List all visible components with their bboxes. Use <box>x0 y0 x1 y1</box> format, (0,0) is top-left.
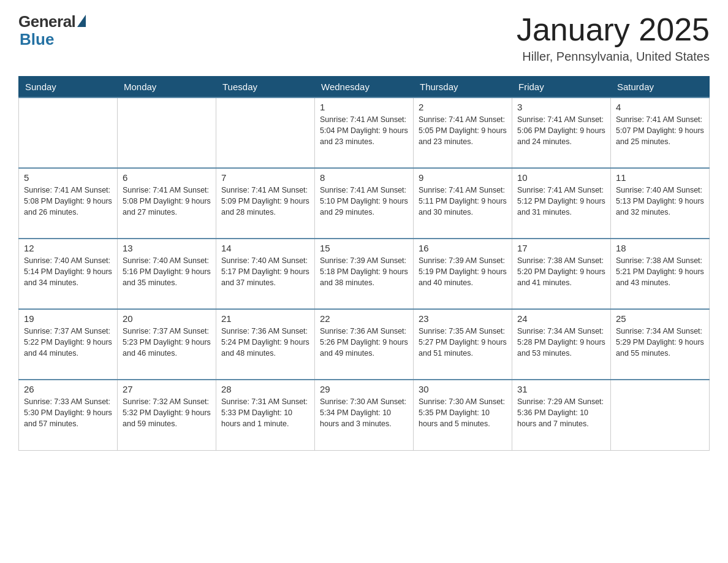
calendar-cell: 24Sunrise: 7:34 AM Sunset: 5:28 PM Dayli… <box>512 309 611 380</box>
day-info: Sunrise: 7:41 AM Sunset: 5:08 PM Dayligh… <box>24 185 112 218</box>
day-info: Sunrise: 7:41 AM Sunset: 5:12 PM Dayligh… <box>517 185 605 218</box>
day-number: 9 <box>419 172 507 183</box>
title-block: January 2025 Hiller, Pennsylvania, Unite… <box>517 12 710 64</box>
day-info: Sunrise: 7:34 AM Sunset: 5:28 PM Dayligh… <box>517 326 605 359</box>
logo-general-text: General <box>18 12 75 31</box>
day-number: 7 <box>221 172 309 183</box>
calendar-cell: 7Sunrise: 7:41 AM Sunset: 5:09 PM Daylig… <box>216 168 315 239</box>
calendar-cell: 30Sunrise: 7:30 AM Sunset: 5:35 PM Dayli… <box>414 380 512 450</box>
day-info: Sunrise: 7:30 AM Sunset: 5:35 PM Dayligh… <box>419 396 507 429</box>
calendar-table: SundayMondayTuesdayWednesdayThursdayFrid… <box>18 76 710 451</box>
day-info: Sunrise: 7:41 AM Sunset: 5:08 PM Dayligh… <box>123 185 211 218</box>
day-info: Sunrise: 7:39 AM Sunset: 5:19 PM Dayligh… <box>419 255 507 288</box>
calendar-day-header: Wednesday <box>315 77 414 98</box>
day-number: 31 <box>517 384 605 394</box>
calendar-cell: 6Sunrise: 7:41 AM Sunset: 5:08 PM Daylig… <box>118 168 216 239</box>
day-number: 6 <box>123 172 211 183</box>
day-info: Sunrise: 7:40 AM Sunset: 5:16 PM Dayligh… <box>123 255 211 288</box>
calendar-cell <box>118 98 216 168</box>
logo-blue-text: Blue <box>18 30 54 49</box>
calendar-day-header: Friday <box>512 77 611 98</box>
day-info: Sunrise: 7:41 AM Sunset: 5:06 PM Dayligh… <box>517 114 605 147</box>
day-number: 11 <box>616 172 704 183</box>
day-number: 17 <box>517 243 605 253</box>
day-info: Sunrise: 7:38 AM Sunset: 5:20 PM Dayligh… <box>517 255 605 288</box>
calendar-cell: 4Sunrise: 7:41 AM Sunset: 5:07 PM Daylig… <box>611 98 710 168</box>
day-info: Sunrise: 7:31 AM Sunset: 5:33 PM Dayligh… <box>221 396 309 429</box>
calendar-cell: 25Sunrise: 7:34 AM Sunset: 5:29 PM Dayli… <box>611 309 710 380</box>
calendar-cell: 16Sunrise: 7:39 AM Sunset: 5:19 PM Dayli… <box>414 239 512 309</box>
day-info: Sunrise: 7:32 AM Sunset: 5:32 PM Dayligh… <box>123 396 211 429</box>
calendar-header-row: SundayMondayTuesdayWednesdayThursdayFrid… <box>19 77 710 98</box>
calendar-cell: 18Sunrise: 7:38 AM Sunset: 5:21 PM Dayli… <box>611 239 710 309</box>
calendar-day-header: Sunday <box>19 77 118 98</box>
calendar-day-header: Monday <box>118 77 216 98</box>
calendar-week-row: 1Sunrise: 7:41 AM Sunset: 5:04 PM Daylig… <box>19 98 710 168</box>
day-number: 28 <box>221 384 309 394</box>
day-info: Sunrise: 7:41 AM Sunset: 5:05 PM Dayligh… <box>419 114 507 147</box>
day-info: Sunrise: 7:29 AM Sunset: 5:36 PM Dayligh… <box>517 396 605 429</box>
day-number: 13 <box>123 243 211 253</box>
day-number: 12 <box>24 243 112 253</box>
day-number: 27 <box>123 384 211 394</box>
day-info: Sunrise: 7:36 AM Sunset: 5:26 PM Dayligh… <box>320 326 408 359</box>
calendar-cell <box>216 98 315 168</box>
calendar-cell: 8Sunrise: 7:41 AM Sunset: 5:10 PM Daylig… <box>315 168 414 239</box>
day-info: Sunrise: 7:38 AM Sunset: 5:21 PM Dayligh… <box>616 255 704 288</box>
page-header: General Blue January 2025 Hiller, Pennsy… <box>18 12 710 64</box>
calendar-day-header: Tuesday <box>216 77 315 98</box>
day-number: 22 <box>320 313 408 324</box>
day-info: Sunrise: 7:40 AM Sunset: 5:17 PM Dayligh… <box>221 255 309 288</box>
calendar-cell: 12Sunrise: 7:40 AM Sunset: 5:14 PM Dayli… <box>19 239 118 309</box>
calendar-day-header: Saturday <box>611 77 710 98</box>
day-info: Sunrise: 7:40 AM Sunset: 5:14 PM Dayligh… <box>24 255 112 288</box>
day-number: 3 <box>517 102 605 112</box>
calendar-cell: 1Sunrise: 7:41 AM Sunset: 5:04 PM Daylig… <box>315 98 414 168</box>
day-info: Sunrise: 7:41 AM Sunset: 5:11 PM Dayligh… <box>419 185 507 218</box>
calendar-day-header: Thursday <box>414 77 512 98</box>
calendar-cell: 13Sunrise: 7:40 AM Sunset: 5:16 PM Dayli… <box>118 239 216 309</box>
calendar-cell <box>19 98 118 168</box>
calendar-cell: 10Sunrise: 7:41 AM Sunset: 5:12 PM Dayli… <box>512 168 611 239</box>
day-number: 26 <box>24 384 112 394</box>
day-number: 4 <box>616 102 704 112</box>
calendar-cell: 9Sunrise: 7:41 AM Sunset: 5:11 PM Daylig… <box>414 168 512 239</box>
calendar-cell: 5Sunrise: 7:41 AM Sunset: 5:08 PM Daylig… <box>19 168 118 239</box>
day-info: Sunrise: 7:34 AM Sunset: 5:29 PM Dayligh… <box>616 326 704 359</box>
calendar-week-row: 26Sunrise: 7:33 AM Sunset: 5:30 PM Dayli… <box>19 380 710 450</box>
day-info: Sunrise: 7:37 AM Sunset: 5:23 PM Dayligh… <box>123 326 211 359</box>
calendar-cell: 3Sunrise: 7:41 AM Sunset: 5:06 PM Daylig… <box>512 98 611 168</box>
day-number: 30 <box>419 384 507 394</box>
day-info: Sunrise: 7:37 AM Sunset: 5:22 PM Dayligh… <box>24 326 112 359</box>
calendar-cell: 22Sunrise: 7:36 AM Sunset: 5:26 PM Dayli… <box>315 309 414 380</box>
day-number: 15 <box>320 243 408 253</box>
calendar-cell: 17Sunrise: 7:38 AM Sunset: 5:20 PM Dayli… <box>512 239 611 309</box>
page-title: January 2025 <box>517 12 710 47</box>
day-number: 5 <box>24 172 112 183</box>
calendar-cell <box>611 380 710 450</box>
calendar-cell: 31Sunrise: 7:29 AM Sunset: 5:36 PM Dayli… <box>512 380 611 450</box>
day-number: 14 <box>221 243 309 253</box>
calendar-cell: 21Sunrise: 7:36 AM Sunset: 5:24 PM Dayli… <box>216 309 315 380</box>
calendar-week-row: 19Sunrise: 7:37 AM Sunset: 5:22 PM Dayli… <box>19 309 710 380</box>
day-number: 20 <box>123 313 211 324</box>
page-subtitle: Hiller, Pennsylvania, United States <box>517 50 710 64</box>
day-info: Sunrise: 7:41 AM Sunset: 5:07 PM Dayligh… <box>616 114 704 147</box>
calendar-week-row: 12Sunrise: 7:40 AM Sunset: 5:14 PM Dayli… <box>19 239 710 309</box>
calendar-cell: 27Sunrise: 7:32 AM Sunset: 5:32 PM Dayli… <box>118 380 216 450</box>
calendar-cell: 2Sunrise: 7:41 AM Sunset: 5:05 PM Daylig… <box>414 98 512 168</box>
day-info: Sunrise: 7:39 AM Sunset: 5:18 PM Dayligh… <box>320 255 408 288</box>
day-info: Sunrise: 7:35 AM Sunset: 5:27 PM Dayligh… <box>419 326 507 359</box>
day-number: 10 <box>517 172 605 183</box>
day-info: Sunrise: 7:36 AM Sunset: 5:24 PM Dayligh… <box>221 326 309 359</box>
day-number: 23 <box>419 313 507 324</box>
calendar-cell: 14Sunrise: 7:40 AM Sunset: 5:17 PM Dayli… <box>216 239 315 309</box>
day-number: 19 <box>24 313 112 324</box>
day-info: Sunrise: 7:41 AM Sunset: 5:04 PM Dayligh… <box>320 114 408 147</box>
calendar-cell: 11Sunrise: 7:40 AM Sunset: 5:13 PM Dayli… <box>611 168 710 239</box>
day-number: 29 <box>320 384 408 394</box>
calendar-cell: 28Sunrise: 7:31 AM Sunset: 5:33 PM Dayli… <box>216 380 315 450</box>
day-info: Sunrise: 7:30 AM Sunset: 5:34 PM Dayligh… <box>320 396 408 429</box>
logo: General Blue <box>18 12 86 49</box>
day-info: Sunrise: 7:33 AM Sunset: 5:30 PM Dayligh… <box>24 396 112 429</box>
